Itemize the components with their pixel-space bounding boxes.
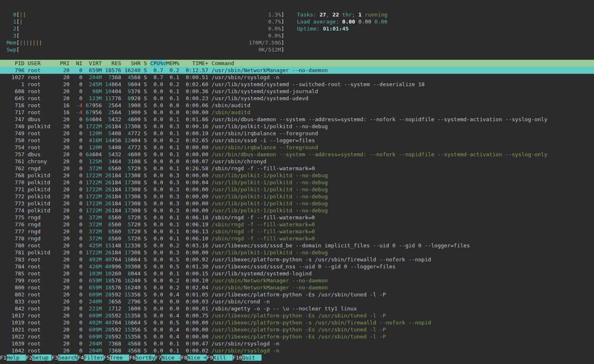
process-row[interactable]: 716root16-46795625641900S0.00.00:00.06/s… xyxy=(0,102,594,109)
process-row[interactable]: 754root200120M54084772S0.00.10:00.00/usr… xyxy=(0,144,594,151)
fkey-sortby[interactable]: F6SortBy xyxy=(129,354,155,361)
process-row[interactable]: 784root200426M4099639308S0.00.50:01.30/u… xyxy=(0,263,594,270)
cell-time: 0:00.00 xyxy=(182,151,208,158)
fkey-filter[interactable]: F4Filter xyxy=(78,354,104,361)
fkey-setup[interactable]: F2Setup xyxy=(26,354,52,361)
cell-mem-percent: 0.1 xyxy=(166,144,179,151)
process-row[interactable]: 1042root200204M73684568S0.00.10:00.02/us… xyxy=(0,347,594,354)
cell-user: root xyxy=(28,326,57,333)
process-row[interactable]: 776rngd200372M65605720S0.00.10:06.19/sbi… xyxy=(0,221,594,228)
process-row[interactable]: 1021root200609M2859215356S0.00.40:00.00/… xyxy=(0,326,594,333)
process-row[interactable]: 833root200240M36562796S0.00.00:00.03/usr… xyxy=(0,298,594,305)
cell-virt-part: 64 xyxy=(86,151,92,157)
process-row[interactable]: 1039root200204M73684568S0.00.10:00.47/us… xyxy=(0,340,594,347)
cell-shr-part: 308 xyxy=(131,193,140,200)
process-row[interactable]: 796root200659M1857616240S0.70.20:12.57/u… xyxy=(0,67,594,74)
cell-virt-part: 372M xyxy=(89,221,102,228)
cell-mem-percent: 0.1 xyxy=(166,340,179,347)
process-row[interactable]: 1027root200204M73684568S0.70.10:00.51/us… xyxy=(0,74,594,81)
process-row[interactable]: 762rngd200372M65605720S0.00.10:26.58/sbi… xyxy=(0,165,594,172)
process-row[interactable]: 772polkitd2001722M2618417308S0.00.30:00.… xyxy=(0,193,594,200)
column-header-mem[interactable]: MEM% xyxy=(166,60,179,67)
column-header-cpu[interactable]: CPU%▽ xyxy=(150,60,166,67)
fkey-help[interactable]: F1Help xyxy=(0,354,26,361)
column-header-pid[interactable]: PID xyxy=(8,60,24,67)
process-row[interactable]: 774polkitd2001722M2618417308S0.00.30:00.… xyxy=(0,207,594,214)
cell-virt-part: 372M xyxy=(89,165,102,171)
process-row[interactable]: 747dbus2006460454324600S0.00.10:01.86/us… xyxy=(0,116,594,123)
cell-res: 2564 xyxy=(105,109,121,116)
process-row[interactable]: 749root200120M54084772S0.00.10:00.19/usr… xyxy=(0,130,594,137)
cell-time: 0:00.07 xyxy=(182,158,208,165)
process-row[interactable]: 773polkitd2001722M2618417308S0.00.30:00.… xyxy=(0,200,594,207)
cell-res: 26184 xyxy=(105,200,121,207)
column-header-cmd[interactable]: Command xyxy=(212,60,594,67)
cell-cpu-percent: 0.0 xyxy=(150,137,163,144)
fkey-nice-[interactable]: F7Nice - xyxy=(155,354,181,361)
process-row[interactable]: 1019root200492M4076418664S0.00.50:00.00/… xyxy=(0,319,594,326)
cell-time: 0:01.05 xyxy=(182,291,208,298)
column-header-virt[interactable]: VIRT xyxy=(86,60,102,67)
column-header-s[interactable]: S xyxy=(144,60,147,67)
process-row[interactable]: 645root200123M117768928S0.00.10:00.23/us… xyxy=(0,95,594,102)
process-row[interactable]: 757dbus2006460454324600S0.00.10:00.00/us… xyxy=(0,151,594,158)
process-row[interactable]: 800root200659M1857616240S0.00.20:02.04/u… xyxy=(0,284,594,291)
process-row[interactable]: 780root200425M1514812336S0.00.20:03.16/u… xyxy=(0,242,594,249)
process-row[interactable]: 783root200492M4076418664S0.00.50:00.92/u… xyxy=(0,256,594,263)
process-row[interactable]: 748polkitd2001722M2618417308S0.00.30:00.… xyxy=(0,123,594,130)
cell-user: root xyxy=(28,333,57,340)
process-row[interactable]: 771polkitd2001722M2618417308S0.00.30:00.… xyxy=(0,186,594,193)
cell-pri: 20 xyxy=(60,74,69,81)
column-header-res[interactable]: RES xyxy=(105,60,121,67)
cell-pid: 1039 xyxy=(8,340,24,347)
process-row[interactable]: 717root16-46795625641900S0.00.00:00.00/s… xyxy=(0,109,594,116)
process-row[interactable]: 778rngd200372M65605720S0.00.10:06.10/sbi… xyxy=(0,235,594,242)
cell-res-part: 560 xyxy=(111,214,121,221)
process-row[interactable]: 842root200221M17121600S0.00.00:00.01/sbi… xyxy=(0,305,594,312)
fkey-nice-[interactable]: F8Nice + xyxy=(181,354,207,361)
cell-cpu-percent: 0.0 xyxy=(150,207,163,214)
cell-virt-part: 204M xyxy=(89,74,102,80)
process-row[interactable]: 761chrony200125M34643108S0.00.00:00.07/u… xyxy=(0,158,594,165)
process-row[interactable]: 1root200245M140649604S0.00.20:02.60/usr/… xyxy=(0,81,594,88)
cell-cpu-percent: 0.0 xyxy=(150,130,163,137)
cell-virt: 98M xyxy=(86,88,102,95)
meter-bar: 0K/512M xyxy=(19,46,281,53)
process-row[interactable]: 770polkitd2001722M2618417308S0.00.30:00.… xyxy=(0,179,594,186)
cell-shr-part: 308 xyxy=(131,249,140,256)
meter-open-bracket: [ xyxy=(16,18,19,25)
fkey-tree[interactable]: F5Tree xyxy=(104,354,130,361)
cell-res-part: 432 xyxy=(111,151,121,157)
process-row[interactable]: 777rngd200372M65605720S0.00.10:06.13/sbi… xyxy=(0,228,594,235)
cell-virt-part: 1722M xyxy=(86,207,102,214)
cell-virt-part: 492M xyxy=(89,319,102,326)
process-row[interactable]: 785root200103M102608044S0.00.10:00.15/us… xyxy=(0,270,594,277)
cell-shr-part: 604 xyxy=(131,81,140,87)
column-header-pri[interactable]: PRI xyxy=(60,60,69,67)
column-header-user[interactable]: USER xyxy=(28,60,57,67)
process-row[interactable]: 1022root200609M2859215356S0.00.40:00.00/… xyxy=(0,333,594,340)
column-header-shr[interactable]: SHR xyxy=(125,60,141,67)
cell-mem-percent: 0.2 xyxy=(166,277,179,284)
cell-time: 0:00.15 xyxy=(182,270,208,277)
cell-time: 0:00.01 xyxy=(182,305,208,312)
fkey-search[interactable]: F3Search xyxy=(52,354,78,361)
fkey-quit[interactable]: F10Quit xyxy=(233,354,262,361)
process-row[interactable]: 1017root200609M2859215356S0.00.40:00.75/… xyxy=(0,312,594,319)
cell-time: 0:00.03 xyxy=(182,298,208,305)
column-header-time[interactable]: TIME+ xyxy=(182,60,208,67)
cell-virt: 609M xyxy=(86,326,102,333)
process-row[interactable]: 802root200609M2859215356S0.00.40:01.05/u… xyxy=(0,291,594,298)
process-row[interactable]: 608root20098M104049376S0.00.10:00.36/usr… xyxy=(0,88,594,95)
cell-virt-part: 120M xyxy=(89,144,102,150)
fkey-kill[interactable]: F9Kill xyxy=(207,354,233,361)
cell-time: 0:01.86 xyxy=(182,116,208,123)
process-row[interactable]: 781polkitd2001722M2618417308S0.00.30:00.… xyxy=(0,249,594,256)
process-row[interactable]: 775rngd200372M65605720S0.00.10:06.18/sbi… xyxy=(0,214,594,221)
process-row[interactable]: 768polkitd2001722M2618417308S0.00.30:00.… xyxy=(0,172,594,179)
cell-time: 0:00.36 xyxy=(182,88,208,95)
column-header-ni[interactable]: NI xyxy=(73,60,82,67)
process-row[interactable]: 799root200659M1857616240S0.00.20:00.10/u… xyxy=(0,277,594,284)
cell-mem-percent: 0.2 xyxy=(166,81,179,88)
process-row[interactable]: 750root200416M1445612404S0.00.20:02.65/u… xyxy=(0,137,594,144)
